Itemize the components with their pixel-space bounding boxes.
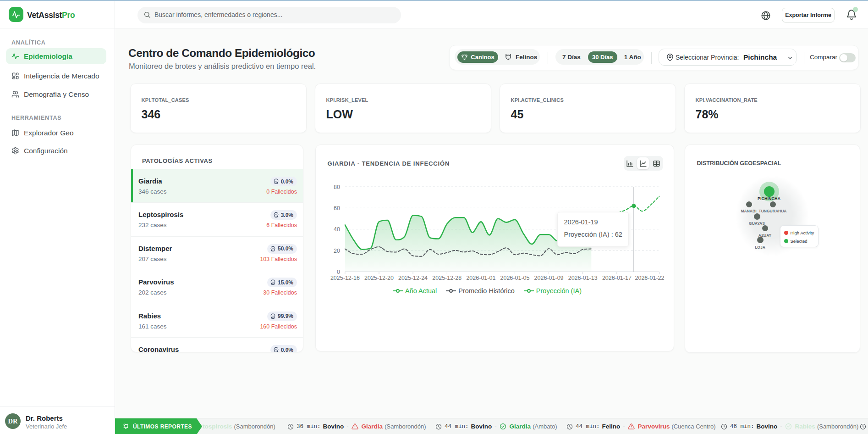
svg-text:20: 20 bbox=[334, 248, 340, 254]
svg-text:2025-12-20: 2025-12-20 bbox=[364, 275, 394, 281]
svg-text:2026-01-22: 2026-01-22 bbox=[635, 275, 664, 281]
svg-text:80: 80 bbox=[334, 184, 340, 190]
svg-text:2025-12-16: 2025-12-16 bbox=[330, 275, 359, 281]
svg-text:2025-12-24: 2025-12-24 bbox=[398, 275, 428, 281]
svg-text:2026-01-05: 2026-01-05 bbox=[500, 275, 529, 281]
svg-text:2026-01-09: 2026-01-09 bbox=[534, 275, 563, 281]
svg-text:40: 40 bbox=[334, 226, 340, 233]
svg-text:2025-12-28: 2025-12-28 bbox=[432, 275, 461, 281]
svg-text:2026-01-13: 2026-01-13 bbox=[568, 275, 597, 281]
svg-text:2026-01-01: 2026-01-01 bbox=[466, 275, 495, 281]
svg-text:2026-01-17: 2026-01-17 bbox=[602, 275, 631, 281]
svg-text:60: 60 bbox=[334, 205, 340, 211]
